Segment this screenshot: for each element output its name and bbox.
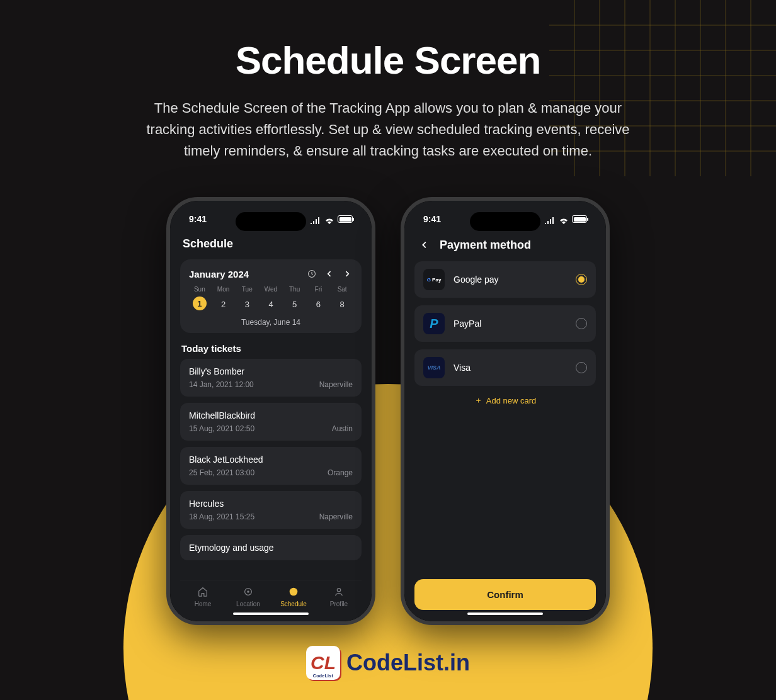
ticket-date: 14 Jan, 2021 12:00 <box>189 380 254 389</box>
brand-badge-icon: CL CodeList <box>306 646 340 680</box>
tab-label: Schedule <box>280 601 307 607</box>
status-time: 9:41 <box>189 214 207 224</box>
radio-unselected[interactable] <box>576 318 587 329</box>
ticket-item[interactable]: Black JetLockheed 25 Feb, 2021 03:00Oran… <box>180 447 362 485</box>
calendar-day[interactable]: 8 <box>331 296 353 312</box>
calendar-footer-date: Tuesday, June 14 <box>189 318 353 327</box>
radio-selected[interactable] <box>576 274 587 285</box>
brand-name: CodeList.in <box>346 650 470 676</box>
battery-icon <box>572 215 587 223</box>
brand-badge-sub: CodeList <box>313 674 333 678</box>
svg-point-16 <box>247 590 249 593</box>
payment-method-name: PayPal <box>454 319 567 329</box>
plus-icon: ＋ <box>474 395 482 406</box>
signal-icon <box>311 216 321 223</box>
tab-profile[interactable]: Profile <box>316 585 362 607</box>
svg-point-17 <box>290 588 298 596</box>
wifi-icon <box>324 216 334 223</box>
ticket-city: Austin <box>332 424 353 433</box>
home-indicator <box>233 612 309 615</box>
ticket-name: Hercules <box>189 499 353 509</box>
weekday-label: Sun <box>189 286 210 293</box>
home-icon <box>197 585 209 598</box>
back-button[interactable] <box>417 237 432 252</box>
ticket-item[interactable]: Hercules 18 Aug, 2021 15:25Naperville <box>180 491 362 529</box>
home-indicator <box>467 612 543 615</box>
paypal-logo-icon: P <box>423 313 445 334</box>
ticket-item[interactable]: Etymology and usage <box>180 535 362 560</box>
screen-title: Schedule <box>183 237 233 251</box>
schedule-icon <box>287 585 300 598</box>
weekday-label: Tue <box>236 286 258 293</box>
weekday-label: Fri <box>308 286 329 293</box>
status-time: 9:41 <box>423 214 441 224</box>
calendar-month-label: January 2024 <box>189 269 249 279</box>
calendar-weekdays: Sun Mon Tue Wed Thu Fri Sat <box>189 286 353 293</box>
ticket-item[interactable]: Billy's Bomber 14 Jan, 2021 12:00Napervi… <box>180 359 362 397</box>
payment-method-item[interactable]: G Pay Google pay <box>414 261 596 298</box>
screen-title: Payment method <box>440 239 531 252</box>
wifi-icon <box>559 216 569 223</box>
phone-screen: 9:41 Schedule January 2024 <box>170 201 372 621</box>
calendar-day[interactable]: 3 <box>236 296 258 312</box>
weekday-label: Wed <box>260 286 282 293</box>
ticket-city: Naperville <box>319 512 353 521</box>
screen-header: Payment method <box>414 232 596 261</box>
ticket-name: Etymology and usage <box>189 543 353 553</box>
clock-icon[interactable] <box>306 268 317 279</box>
tab-schedule[interactable]: Schedule <box>271 585 316 607</box>
phone-mockups: 9:41 Schedule January 2024 <box>0 197 776 625</box>
calendar-day[interactable]: 5 <box>284 296 305 312</box>
tab-label: Home <box>195 601 212 607</box>
payment-methods-list: G Pay Google pay P PayPal VISA Visa <box>414 261 596 386</box>
tab-home[interactable]: Home <box>180 585 225 607</box>
radio-unselected[interactable] <box>576 362 587 373</box>
phone-screen: 9:41 Payment method G Pay Google pay <box>404 201 606 621</box>
calendar-days-row: 1 2 3 4 5 6 8 <box>189 296 353 312</box>
visa-logo-icon: VISA <box>423 357 445 378</box>
add-new-card-button[interactable]: ＋ Add new card <box>414 395 596 406</box>
ticket-city: Orange <box>328 468 353 477</box>
signal-icon <box>545 216 556 223</box>
ticket-name: MitchellBlackbird <box>189 410 353 421</box>
svg-point-18 <box>337 589 340 592</box>
ticket-date: 18 Aug, 2021 15:25 <box>189 512 254 521</box>
today-tickets-label: Today tickets <box>181 343 360 354</box>
weekday-label: Mon <box>213 286 234 293</box>
tab-location[interactable]: Location <box>225 585 271 607</box>
ticket-date: 15 Aug, 2021 02:50 <box>189 424 254 433</box>
tab-label: Location <box>236 601 260 607</box>
hero-title: Schedule Screen <box>0 38 776 82</box>
ticket-city: Naperville <box>319 380 353 389</box>
calendar-day[interactable]: 4 <box>260 296 282 312</box>
calendar-day[interactable]: 6 <box>308 296 329 312</box>
ticket-item[interactable]: MitchellBlackbird 15 Aug, 2021 02:50Aust… <box>180 403 362 441</box>
payment-method-item[interactable]: VISA Visa <box>414 349 596 386</box>
weekday-label: Thu <box>284 286 305 293</box>
ticket-name: Billy's Bomber <box>189 366 353 376</box>
tickets-list[interactable]: Billy's Bomber 14 Jan, 2021 12:00Napervi… <box>180 359 362 576</box>
dynamic-island <box>470 212 540 231</box>
ticket-date: 25 Feb, 2021 03:00 <box>189 468 254 477</box>
chevron-right-icon[interactable] <box>341 268 353 279</box>
gpay-logo-icon: G Pay <box>423 269 445 290</box>
status-indicators <box>311 215 353 223</box>
confirm-button[interactable]: Confirm <box>414 579 596 610</box>
calendar-card: January 2024 Sun Mon Tue Wed Thu Fri Sat <box>180 259 362 333</box>
tab-bar: Home Location Schedule Profile <box>180 580 362 610</box>
payment-method-name: Visa <box>454 363 567 373</box>
phone-payment: 9:41 Payment method G Pay Google pay <box>401 197 610 625</box>
screen-header: Schedule <box>180 232 362 259</box>
dynamic-island <box>236 212 306 231</box>
ticket-name: Black JetLockheed <box>189 454 353 465</box>
calendar-day[interactable]: 1 <box>193 296 207 310</box>
hero-section: Schedule Screen The Schedule Screen of t… <box>0 0 776 162</box>
calendar-day[interactable]: 2 <box>213 296 234 312</box>
chevron-left-icon[interactable] <box>324 268 335 279</box>
hero-description: The Schedule Screen of the Tracking App … <box>130 98 646 162</box>
phone-schedule: 9:41 Schedule January 2024 <box>166 197 375 625</box>
battery-icon <box>338 215 353 223</box>
payment-method-item[interactable]: P PayPal <box>414 305 596 342</box>
payment-method-name: Google pay <box>454 274 567 285</box>
add-card-label: Add new card <box>486 396 537 405</box>
